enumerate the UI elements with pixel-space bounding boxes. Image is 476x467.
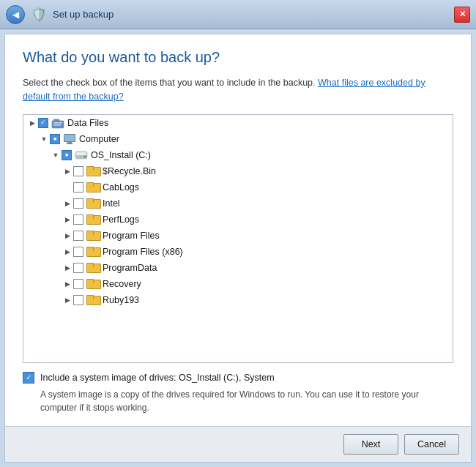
checkbox-intel[interactable] <box>73 198 83 209</box>
system-image-checkbox[interactable] <box>23 372 34 384</box>
folder-icon-cablogs <box>86 182 100 193</box>
label-recycle-bin: $Recycle.Bin <box>103 166 156 176</box>
footer: Next Cancel <box>5 426 471 462</box>
expand-arrow-data-files[interactable]: ▶ <box>26 117 38 129</box>
page-title: What do you want to back up? <box>23 49 453 66</box>
folder-icon-recycle <box>86 165 100 177</box>
checkbox-computer[interactable] <box>50 134 60 144</box>
tree-item-ruby193[interactable]: ▶ Ruby193 <box>23 292 453 308</box>
checkbox-data-files[interactable] <box>38 118 48 128</box>
checkbox-os-install[interactable] <box>62 150 72 160</box>
checkbox-recycle-bin[interactable] <box>73 166 83 176</box>
tree-item-computer[interactable]: ▼ Computer <box>23 131 453 147</box>
tree-item-program-files[interactable]: ▶ Program Files <box>23 228 453 244</box>
tree-scroll[interactable]: ▶ Data Files ▼ <box>23 115 453 363</box>
main-content: What do you want to back up? Select the … <box>4 34 472 463</box>
label-computer: Computer <box>79 134 119 144</box>
tree-item-intel[interactable]: ▶ Intel <box>23 195 453 212</box>
label-os-install: OS_Install (C:) <box>91 150 151 160</box>
label-program-files: Program Files <box>103 231 160 241</box>
close-button[interactable]: ✕ <box>454 7 470 23</box>
svg-rect-2 <box>53 122 62 124</box>
expand-arrow-programdata[interactable]: ▶ <box>62 262 73 274</box>
tree-item-programdata[interactable]: ▶ ProgramData <box>23 260 453 276</box>
svg-rect-1 <box>53 119 59 122</box>
expand-arrow-program-files[interactable]: ▶ <box>62 230 73 242</box>
label-cablogs: CabLogs <box>103 182 139 193</box>
tree-item-os-install[interactable]: ▼ OS_Install (C:) <box>23 147 453 163</box>
tree-item-program-files-x86[interactable]: ▶ Program Files (x86) <box>23 244 453 260</box>
computer-icon <box>63 133 76 145</box>
back-button[interactable]: ◀ <box>6 5 25 24</box>
checkbox-perflogs[interactable] <box>73 214 83 225</box>
system-image-description: A system image is a copy of the drives r… <box>23 388 453 414</box>
folder-icon-program-files <box>86 230 100 242</box>
svg-rect-3 <box>53 124 61 126</box>
label-recovery: Recovery <box>103 279 141 289</box>
label-programdata: ProgramData <box>103 263 157 273</box>
label-data-files: Data Files <box>67 118 108 128</box>
tree-item-data-files[interactable]: ▶ Data Files <box>23 115 453 131</box>
folder-icon-recovery <box>86 278 100 290</box>
svg-rect-11 <box>76 156 83 157</box>
title-bar-left: ◀ 🛡️ Set up backup <box>6 5 114 24</box>
description-text: Select the check box of the items that y… <box>23 78 316 88</box>
label-program-files-x86: Program Files (x86) <box>103 247 183 257</box>
content-body: What do you want to back up? Select the … <box>5 34 471 426</box>
svg-rect-7 <box>66 143 73 144</box>
folder-icon-program-files-x86 <box>86 246 100 258</box>
system-image-check-row: Include a system image of drives: OS_Ins… <box>23 372 453 384</box>
tree-item-recycle-bin[interactable]: ▶ $Recycle.Bin <box>23 163 453 179</box>
window-title: Set up backup <box>53 9 114 20</box>
description: Select the check box of the items that y… <box>23 76 453 104</box>
datafiles-icon <box>51 117 64 129</box>
tree-item-cablogs[interactable]: CabLogs <box>23 179 453 195</box>
drive-icon <box>75 149 88 161</box>
folder-icon-programdata <box>86 262 100 274</box>
checkbox-ruby193[interactable] <box>73 295 83 305</box>
expand-arrow-recycle-bin[interactable]: ▶ <box>62 165 73 177</box>
checkbox-cablogs[interactable] <box>73 182 83 193</box>
backup-icon: 🛡️ <box>31 7 47 23</box>
system-image-area: Include a system image of drives: OS_Ins… <box>23 372 453 414</box>
label-perflogs: PerfLogs <box>103 214 139 225</box>
expand-arrow-program-files-x86[interactable]: ▶ <box>62 246 73 258</box>
checkbox-programdata[interactable] <box>73 263 83 273</box>
folder-icon-ruby193 <box>86 294 100 306</box>
expand-arrow-computer[interactable]: ▼ <box>38 133 50 145</box>
svg-rect-9 <box>76 152 86 155</box>
tree-item-perflogs[interactable]: ▶ PerfLogs <box>23 212 453 228</box>
expand-arrow-ruby193[interactable]: ▶ <box>62 294 73 306</box>
system-image-label: Include a system image of drives: OS_Ins… <box>40 373 275 383</box>
svg-point-10 <box>84 155 86 157</box>
tree-item-recovery[interactable]: ▶ Recovery <box>23 276 453 292</box>
expand-arrow-recovery[interactable]: ▶ <box>62 278 73 290</box>
svg-rect-5 <box>64 135 75 141</box>
folder-icon-perflogs <box>86 214 100 225</box>
checkbox-program-files[interactable] <box>73 231 83 241</box>
expand-arrow-intel[interactable]: ▶ <box>62 198 73 209</box>
next-button[interactable]: Next <box>343 434 398 455</box>
label-ruby193: Ruby193 <box>103 295 139 305</box>
svg-rect-6 <box>67 142 72 143</box>
expand-arrow-os-install[interactable]: ▼ <box>50 149 62 161</box>
expand-arrow-perflogs[interactable]: ▶ <box>62 214 73 225</box>
checkbox-recovery[interactable] <box>73 279 83 289</box>
folder-icon-intel <box>86 198 100 209</box>
title-bar: ◀ 🛡️ Set up backup ✕ <box>0 0 476 29</box>
cancel-button[interactable]: Cancel <box>404 434 459 455</box>
checkbox-program-files-x86[interactable] <box>73 247 83 257</box>
label-intel: Intel <box>103 198 120 209</box>
tree-container: ▶ Data Files ▼ <box>23 114 453 364</box>
